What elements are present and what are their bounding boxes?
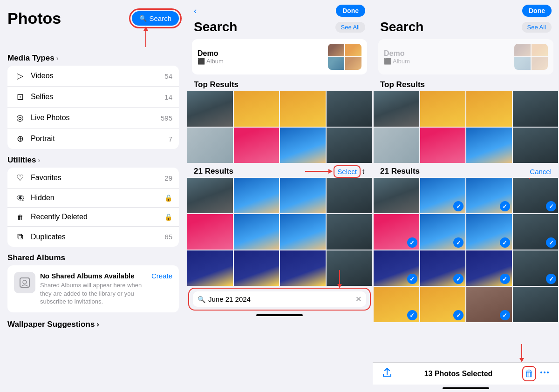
photo-cell[interactable] <box>280 214 326 250</box>
photo-cell[interactable] <box>513 128 559 163</box>
search-input[interactable] <box>208 295 353 303</box>
list-item[interactable]: ⧉ Duplicates 65 <box>7 227 179 247</box>
list-item[interactable]: 🗑 Recently Deleted 🔒 <box>7 208 179 227</box>
selection-check: ✓ <box>546 237 556 248</box>
results-count: 21 Results <box>194 167 233 176</box>
done-button[interactable]: Done <box>336 5 365 17</box>
cancel-button[interactable]: Cancel <box>530 168 552 176</box>
photo-cell[interactable] <box>187 214 233 250</box>
right-album-thumbnails <box>514 44 548 70</box>
photo-cell[interactable]: ✓ <box>420 250 466 286</box>
portrait-label: Portrait <box>31 135 169 143</box>
list-item[interactable]: ♡ Favorites 29 <box>7 168 179 189</box>
photo-cell[interactable]: ✓ <box>513 214 559 250</box>
selection-check: ✓ <box>500 310 510 320</box>
duplicates-label: Duplicates <box>31 233 164 241</box>
list-item[interactable]: ⊕ Portrait 7 <box>7 128 179 149</box>
photo-cell[interactable] <box>513 287 559 322</box>
photo-cell[interactable] <box>374 128 419 163</box>
sort-icon[interactable]: ↕ <box>361 167 365 176</box>
thumb-2 <box>345 44 361 56</box>
title-row: Search See All <box>186 19 373 37</box>
photo-cell[interactable]: ✓ <box>466 178 512 213</box>
photo-cell[interactable]: ✓ <box>466 250 512 286</box>
photo-cell[interactable] <box>234 91 280 127</box>
recently-deleted-label: Recently Deleted <box>31 213 164 221</box>
photo-cell[interactable] <box>327 128 372 163</box>
photo-cell[interactable]: ✓ <box>420 178 466 213</box>
selection-check: ✓ <box>546 201 556 211</box>
photo-cell[interactable]: ✓ <box>466 287 512 322</box>
back-button[interactable]: ‹ <box>194 6 197 16</box>
right-album-card[interactable]: Demo ⬛ Album <box>378 39 553 74</box>
photo-cell[interactable]: ✓ <box>420 287 466 322</box>
trash-button[interactable]: 🗑 <box>525 368 534 379</box>
utilities-section[interactable]: Utilities › <box>7 155 179 165</box>
photo-cell[interactable] <box>327 178 372 213</box>
photo-cell[interactable] <box>234 214 280 250</box>
create-button[interactable]: Create <box>151 272 172 280</box>
photo-cell[interactable] <box>374 178 419 213</box>
more-button[interactable] <box>539 367 550 380</box>
right-see-all-button[interactable]: See All <box>522 22 552 33</box>
portrait-count: 7 <box>169 135 172 143</box>
photo-cell[interactable] <box>280 178 326 213</box>
selection-check: ✓ <box>407 310 417 320</box>
photo-cell[interactable] <box>420 128 466 163</box>
search-button[interactable]: 🔍 Search <box>132 11 179 26</box>
photo-cell[interactable] <box>327 250 372 286</box>
album-card[interactable]: Demo ⬛ Album <box>192 39 367 74</box>
photo-cell[interactable] <box>234 128 280 163</box>
live-photos-label: Live Photos <box>31 114 161 122</box>
list-item[interactable]: 👁‍🗨 Hidden 🔒 <box>7 189 179 208</box>
photo-cell[interactable] <box>234 178 280 213</box>
media-types-section[interactable]: Media Types › <box>7 54 179 63</box>
selfies-count: 14 <box>164 93 172 101</box>
photo-cell[interactable]: ✓ <box>374 214 419 250</box>
right-done-button[interactable]: Done <box>522 5 552 17</box>
photo-cell[interactable] <box>234 250 280 286</box>
top-results-row1 <box>187 91 372 127</box>
photo-cell[interactable]: ✓ <box>374 250 419 286</box>
photo-cell[interactable] <box>280 128 326 163</box>
see-all-button[interactable]: See All <box>335 22 365 33</box>
selection-check: ✓ <box>500 237 510 248</box>
right-phone-header: Done <box>373 0 559 19</box>
photo-cell[interactable] <box>187 250 233 286</box>
photo-cell[interactable] <box>327 214 372 250</box>
share-button[interactable] <box>382 367 392 380</box>
photo-cell[interactable] <box>187 128 233 163</box>
svg-point-4 <box>547 372 549 373</box>
search-clear-button[interactable]: ✕ <box>355 295 361 304</box>
photo-cell[interactable]: ✓ <box>513 178 559 213</box>
photo-cell[interactable] <box>280 91 326 127</box>
photo-cell[interactable] <box>513 91 559 127</box>
bottom-toolbar: 13 Photos Selected 🗑 <box>373 362 559 385</box>
results-row1 <box>187 178 372 213</box>
wallpaper-section[interactable]: Wallpaper Suggestions › <box>7 320 179 329</box>
photo-cell[interactable] <box>466 128 512 163</box>
photo-cell[interactable]: ✓ <box>420 214 466 250</box>
photo-cell[interactable]: ✓ <box>374 287 419 322</box>
videos-label: Videos <box>31 72 164 80</box>
results-row2 <box>187 214 372 250</box>
album-icon: ⬛ <box>198 58 205 65</box>
search-bar[interactable]: 🔍 ✕ <box>193 291 366 307</box>
photo-cell[interactable] <box>187 178 233 213</box>
photo-cell[interactable] <box>466 91 512 127</box>
select-button[interactable]: Select <box>335 167 359 176</box>
photo-cell[interactable] <box>420 91 466 127</box>
photo-cell[interactable] <box>374 91 419 127</box>
shared-album-icon <box>14 272 35 293</box>
selection-check: ✓ <box>407 274 417 284</box>
app-title: Photos <box>7 9 61 27</box>
photo-cell[interactable]: ✓ <box>513 250 559 286</box>
photo-cell[interactable]: ✓ <box>466 214 512 250</box>
list-item[interactable]: ▷ Videos 54 <box>7 66 179 87</box>
photo-cell[interactable] <box>280 250 326 286</box>
photo-cell[interactable] <box>187 91 233 127</box>
list-item[interactable]: ⊡ Selfies 14 <box>7 87 179 108</box>
list-item[interactable]: ◎ Live Photos 595 <box>7 108 179 128</box>
recently-deleted-lock-icon: 🔒 <box>164 213 172 221</box>
photo-cell[interactable] <box>327 91 372 127</box>
